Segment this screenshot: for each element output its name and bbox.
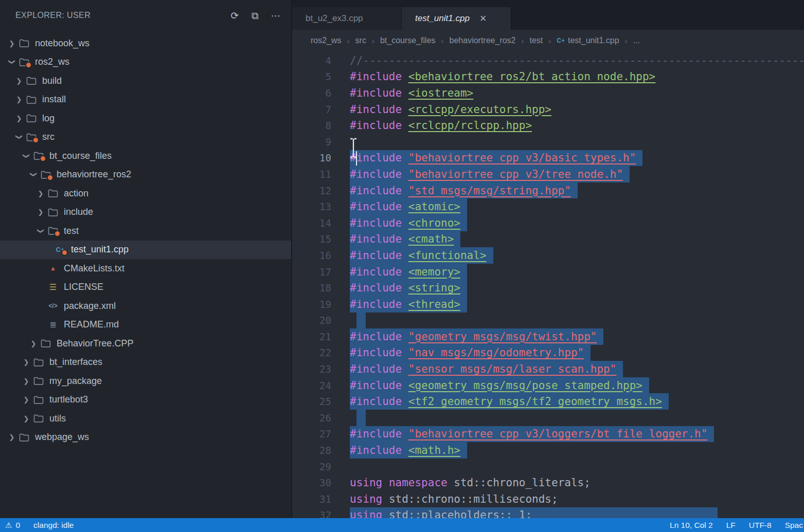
line-content <box>350 410 366 426</box>
tree-item-CMakeLists.txt[interactable]: ▲CMakeLists.txt <box>0 259 291 278</box>
code-line-20[interactable]: 20 <box>292 313 804 329</box>
code-line-21[interactable]: 21#include "geometry_msgs/msg/twist.hpp" <box>292 328 804 345</box>
code-token: //--------------------------------------… <box>350 54 804 67</box>
tree-item-build[interactable]: ❯build <box>0 71 291 90</box>
breadcrumb-item-src[interactable]: src <box>355 36 366 45</box>
code-line-22[interactable]: 22#include "nav_msgs/msg/odometry.hpp" <box>292 345 804 361</box>
code-token: using <box>350 476 382 489</box>
chevron-down-icon: ❯ <box>15 133 23 142</box>
code-line-13[interactable]: 13#include <atomic> <box>292 198 804 215</box>
tree-item-package.xml[interactable]: </>package.xml <box>0 297 291 316</box>
tree-item-action[interactable]: ❯action <box>0 184 291 203</box>
problems-indicator[interactable]: ⚠ 0 <box>5 521 20 530</box>
code-line-4[interactable]: 4//-------------------------------------… <box>292 52 804 69</box>
tree-item-install[interactable]: ❯install <box>0 90 291 109</box>
code-editor[interactable]: 4//-------------------------------------… <box>292 51 804 518</box>
code-line-15[interactable]: 15#include <cmath> <box>292 231 804 248</box>
tree-item-webpage_ws[interactable]: ❯webpage_ws <box>0 428 291 447</box>
code-token <box>402 346 408 359</box>
refresh-icon[interactable]: ⟳ <box>230 11 239 21</box>
tree-item-turtlebot3[interactable]: ❯turtlebot3 <box>0 391 291 410</box>
code-token: placeholders <box>421 509 499 518</box>
code-token: "nav_msgs/msg/odometry.hpp" <box>408 346 584 359</box>
code-token: <rclcpp/executors.hpp> <box>408 103 551 116</box>
tree-item-test[interactable]: ❯test <box>0 222 291 241</box>
code-line-27[interactable]: 27#include "behaviortree_cpp_v3/loggers/… <box>292 426 804 443</box>
collapse-folders-icon[interactable]: ⧉ <box>252 11 259 21</box>
tree-item-BehaviorTree.CPP[interactable]: ❯BehaviorTree.CPP <box>0 334 291 353</box>
code-line-17[interactable]: 17#include <memory> <box>292 264 804 280</box>
selection-highlight: using std::placeholders::_1; <box>350 507 718 518</box>
code-line-14[interactable]: 14#include <chrono> <box>292 215 804 231</box>
code-token: "behaviortree_cpp_v3/loggers/bt_file_log… <box>408 428 708 440</box>
eol-indicator[interactable]: LF <box>726 521 736 530</box>
breadcrumb-item-behaviortree_ros2[interactable]: behaviortree_ros2 <box>450 36 516 45</box>
breadcrumb-item-test_unit1.cpp[interactable]: test_unit1.cpp <box>568 36 619 45</box>
code-line-16[interactable]: 16#include <functional> <box>292 247 804 264</box>
indent-indicator[interactable]: Spac <box>785 521 803 530</box>
clangd-status[interactable]: clangd: idle <box>33 521 74 530</box>
code-token: ; <box>525 509 532 518</box>
code-line-32[interactable]: 32using std::placeholders::_1; <box>292 507 804 518</box>
code-line-31[interactable]: 31using std::chrono::milliseconds; <box>292 491 804 507</box>
selection-highlight: #include "nav_msgs/msg/odometry.hpp" <box>350 345 591 361</box>
selection-highlight: #include <thread> <box>350 296 467 313</box>
folder-icon <box>18 57 30 67</box>
tree-item-notebook_ws[interactable]: ❯notebook_ws <box>0 34 291 53</box>
chevron-right-icon: ❯ <box>22 415 31 423</box>
breadcrumb-item-...[interactable]: ... <box>633 36 640 45</box>
code-line-6[interactable]: 6#include <iostream> <box>292 85 804 101</box>
chevron-right-icon: ❯ <box>14 77 24 85</box>
tree-item-LICENSE[interactable]: ☰LICENSE <box>0 278 291 297</box>
code-token: chrono_literals <box>487 476 584 489</box>
code-line-8[interactable]: 8#include <rclcpp/rclcpp.hpp> <box>292 117 804 134</box>
tree-item-bt_course_files[interactable]: ❯bt_course_files <box>0 146 291 166</box>
code-line-29[interactable]: 29 <box>292 458 804 475</box>
code-token <box>402 379 408 392</box>
selection-highlight: #include <cmath> <box>350 231 460 248</box>
code-line-24[interactable]: 24#include <geometry_msgs/msg/pose_stamp… <box>292 377 804 394</box>
encoding-indicator[interactable]: UTF-8 <box>749 521 772 530</box>
code-token: <tf2_geometry_msgs/tf2_geometry_msgs.h> <box>408 395 662 408</box>
breadcrumb-item-test[interactable]: test <box>530 36 543 45</box>
more-actions-icon[interactable]: ⋯ <box>271 11 281 21</box>
selection-highlight: #include <chrono> <box>350 215 467 231</box>
tree-item-test_unit1.cpp[interactable]: C+test_unit1.cpp <box>0 241 291 260</box>
selection-highlight: #include <tf2_geometry_msgs/tf2_geometry… <box>350 393 669 410</box>
tree-item-behaviortree_ros2[interactable]: ❯behaviortree_ros2 <box>0 166 291 185</box>
tree-item-include[interactable]: ❯include <box>0 203 291 222</box>
code-line-28[interactable]: 28#include <math.h> <box>292 442 804 458</box>
close-icon[interactable]: × <box>478 13 489 24</box>
code-line-12[interactable]: 12#include "std_msgs/msg/string.hpp" <box>292 182 804 199</box>
breadcrumb-item-ros2_ws[interactable]: ros2_ws <box>311 36 342 45</box>
code-line-11[interactable]: 11#include "behaviortree_cpp_v3/tree_nod… <box>292 166 804 182</box>
cursor-position[interactable]: Ln 10, Col 2 <box>670 521 713 530</box>
tree-item-my_package[interactable]: ❯my_package <box>0 372 291 391</box>
line-content: using std::placeholders::_1; <box>350 507 718 518</box>
code-token: using <box>350 509 382 518</box>
code-token: ; <box>584 476 591 489</box>
breadcrumb-item-bt_course_files[interactable]: bt_course_files <box>380 36 436 45</box>
tree-item-ros2_ws[interactable]: ❯ros2_ws <box>0 53 291 72</box>
code-line-9[interactable]: 9 <box>292 134 804 150</box>
code-line-19[interactable]: 19#include <thread> <box>292 296 804 313</box>
tab-bt_u2_ex3.cpp[interactable]: bt_u2_ex3.cpp <box>292 7 402 30</box>
tree-item-README.md[interactable]: ≣README.md <box>0 316 291 335</box>
code-token <box>402 331 408 343</box>
code-token: <math.h> <box>408 444 460 456</box>
tab-test_unit1.cpp[interactable]: test_unit1.cpp× <box>402 7 511 30</box>
code-token: #include <box>350 185 402 197</box>
tree-item-log[interactable]: ❯log <box>0 109 291 128</box>
code-line-5[interactable]: 5#include <behaviortree_ros2/bt_action_n… <box>292 69 804 85</box>
code-line-7[interactable]: 7#include <rclcpp/executors.hpp> <box>292 101 804 118</box>
code-line-26[interactable]: 26 <box>292 410 804 426</box>
code-line-10[interactable]: 10#include "behaviortree_cpp_v3/basic_ty… <box>292 150 804 167</box>
code-line-30[interactable]: 30using namespace std::chrono_literals; <box>292 474 804 491</box>
code-line-25[interactable]: 25#include <tf2_geometry_msgs/tf2_geomet… <box>292 393 804 410</box>
tree-item-src[interactable]: ❯src <box>0 128 291 147</box>
tree-item-utils[interactable]: ❯utils <box>0 409 291 428</box>
code-line-23[interactable]: 23#include "sensor_msgs/msg/laser_scan.h… <box>292 361 804 377</box>
code-line-18[interactable]: 18#include <string> <box>292 280 804 296</box>
tree-item-bt_interfaces[interactable]: ❯bt_interfaces <box>0 353 291 372</box>
code-token: :: <box>408 493 421 505</box>
